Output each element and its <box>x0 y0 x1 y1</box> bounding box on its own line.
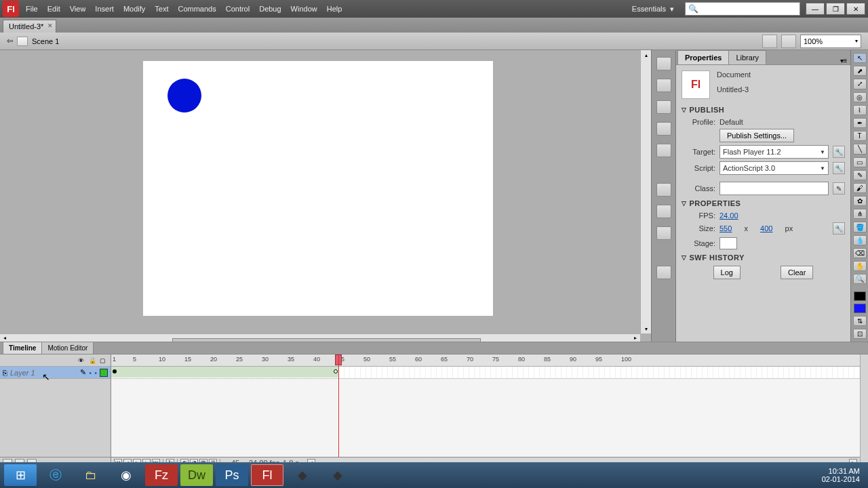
horizontal-scrollbar[interactable]: ◂▸ <box>0 333 640 342</box>
lasso-tool[interactable]: ⌇ <box>853 105 867 115</box>
align-panel-icon[interactable] <box>656 100 671 114</box>
rectangle-tool[interactable]: ▭ <box>853 157 867 167</box>
target-wrench-icon[interactable]: 🔧 <box>833 146 845 158</box>
panel-menu-icon[interactable]: ▾≡ <box>837 57 850 64</box>
project-panel-icon[interactable] <box>656 266 671 279</box>
menu-modify[interactable]: Modify <box>123 5 145 13</box>
outline-header-icon[interactable]: ▢ <box>100 357 106 364</box>
tab-library[interactable]: Library <box>728 50 766 64</box>
info-panel-icon[interactable] <box>656 122 671 136</box>
menu-window[interactable]: Window <box>291 5 317 13</box>
line-tool[interactable]: ╲ <box>853 144 867 154</box>
stage-color-swatch[interactable] <box>719 237 737 249</box>
pencil-tool[interactable]: ✎ <box>853 170 867 180</box>
tab-properties[interactable]: Properties <box>677 50 729 64</box>
fps-value[interactable]: 24.00 <box>719 211 738 220</box>
class-input[interactable] <box>719 182 829 195</box>
shape-circle[interactable] <box>167 79 201 113</box>
start-button[interactable]: ⊞ <box>4 464 37 486</box>
components-icon[interactable] <box>656 205 671 218</box>
layer-name[interactable]: Layer 1 <box>10 369 77 377</box>
restore-button[interactable]: ❐ <box>826 3 845 15</box>
3d-rotation-tool[interactable]: ◎ <box>853 92 867 102</box>
vertical-scrollbar[interactable]: ▴▾ <box>640 50 651 333</box>
stage-area[interactable]: ▴▾ ◂▸ <box>0 50 651 342</box>
menu-debug[interactable]: Debug <box>259 5 281 13</box>
snap-option[interactable]: ⊡ <box>853 329 867 339</box>
tab-timeline[interactable]: Timeline <box>3 342 42 354</box>
tween-span[interactable] <box>111 367 339 378</box>
edit-symbol-button[interactable] <box>781 35 796 48</box>
menu-commands[interactable]: Commands <box>178 5 216 13</box>
target-select[interactable]: Flash Player 11.2▼ <box>719 145 829 159</box>
brush-tool[interactable]: 🖌 <box>853 183 867 193</box>
transform-panel-icon[interactable] <box>656 144 671 157</box>
lock-header-icon[interactable]: 🔒 <box>89 357 96 364</box>
visibility-header-icon[interactable]: 👁 <box>78 357 85 364</box>
taskbar-chrome[interactable]: ◉ <box>110 464 142 486</box>
scene-name[interactable]: Scene 1 <box>32 37 59 45</box>
zoom-tool[interactable]: 🔍 <box>853 274 867 284</box>
menu-text[interactable]: Text <box>155 5 168 13</box>
taskbar-app2[interactable]: ◆ <box>321 464 354 486</box>
close-tab-icon[interactable]: ✕ <box>47 22 53 29</box>
frame-area[interactable]: 1 5 10 15 20 25 30 35 40 45 50 55 60 65 … <box>111 354 860 468</box>
menu-control[interactable]: Control <box>226 5 250 13</box>
taskbar-photoshop[interactable]: Ps <box>216 464 248 486</box>
clear-button[interactable]: Clear <box>781 266 813 279</box>
properties-header[interactable]: PROPERTIES <box>690 199 741 207</box>
taskbar-flash[interactable]: Fl <box>251 464 283 486</box>
edit-scene-button[interactable] <box>762 35 777 48</box>
close-button[interactable]: ✕ <box>846 3 865 15</box>
menu-help[interactable]: Help <box>327 5 342 13</box>
size-h[interactable]: 400 <box>760 224 772 232</box>
class-edit-icon[interactable]: ✎ <box>833 182 845 195</box>
stage[interactable] <box>143 61 493 316</box>
script-select[interactable]: ActionScript 3.0▼ <box>719 161 829 175</box>
text-tool[interactable]: T <box>853 131 867 141</box>
timeline-vscroll[interactable] <box>860 354 868 468</box>
layer-row[interactable]: ⎘ Layer 1 ✎ •• <box>0 367 111 379</box>
hand-tool[interactable]: ✋ <box>853 261 867 271</box>
keyframe-start[interactable] <box>113 369 117 373</box>
taskbar-app1[interactable]: ◆ <box>286 464 319 486</box>
stroke-color-swatch[interactable] <box>854 291 866 301</box>
taskbar-dreamweaver[interactable]: Dw <box>180 464 213 486</box>
menu-edit[interactable]: Edit <box>47 5 60 13</box>
layer-color-swatch[interactable] <box>100 369 108 377</box>
frame-row[interactable] <box>111 367 860 379</box>
menu-view[interactable]: View <box>70 5 86 13</box>
swap-colors-icon[interactable]: ⇅ <box>853 316 867 326</box>
frame-ruler[interactable]: 1 5 10 15 20 25 30 35 40 45 50 55 60 65 … <box>111 354 860 367</box>
fill-color-swatch[interactable] <box>854 304 866 313</box>
swatches-panel-icon[interactable] <box>656 79 671 92</box>
code-snippets-icon[interactable] <box>656 183 671 197</box>
paint-bucket-tool[interactable]: 🪣 <box>853 222 867 232</box>
minimize-button[interactable]: — <box>806 3 825 15</box>
bone-tool[interactable]: ⋔ <box>853 209 867 219</box>
taskbar-filezilla[interactable]: Fz <box>145 464 178 486</box>
search-input[interactable]: 🔍 <box>685 2 800 16</box>
eraser-tool[interactable]: ⌫ <box>853 248 867 258</box>
back-arrow-icon[interactable]: ⇦ <box>7 37 13 45</box>
document-tab[interactable]: Untitled-3*✕ <box>3 20 56 33</box>
subselection-tool[interactable]: ⬈ <box>853 66 867 76</box>
menu-insert[interactable]: Insert <box>95 5 114 13</box>
tab-motion-editor[interactable]: Motion Editor <box>41 342 94 354</box>
publish-settings-button[interactable]: Publish Settings... <box>719 129 794 142</box>
free-transform-tool[interactable]: ⤢ <box>853 79 867 89</box>
deco-tool[interactable]: ✿ <box>853 196 867 206</box>
taskbar-explorer[interactable]: 🗀 <box>75 464 107 486</box>
menu-file[interactable]: File <box>26 5 38 13</box>
motion-presets-icon[interactable] <box>656 226 671 240</box>
color-panel-icon[interactable] <box>656 57 671 70</box>
keyframe-end[interactable] <box>334 369 338 373</box>
swf-history-header[interactable]: SWF HISTORY <box>690 253 745 262</box>
taskbar-ie[interactable]: ⓔ <box>39 464 72 486</box>
size-w[interactable]: 550 <box>719 224 732 232</box>
size-wrench-icon[interactable]: 🔧 <box>833 222 845 235</box>
log-button[interactable]: Log <box>713 266 741 279</box>
publish-header[interactable]: PUBLISH <box>690 106 725 114</box>
workspace-select[interactable]: Essentials▾ <box>627 5 679 14</box>
pen-tool[interactable]: ✒ <box>853 118 867 128</box>
